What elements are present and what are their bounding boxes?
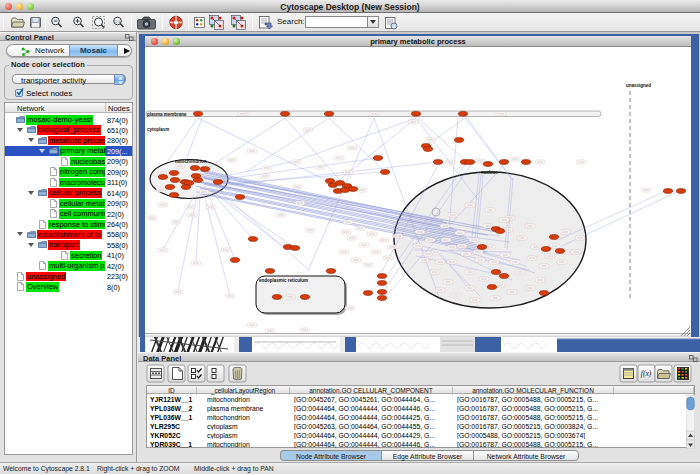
svg-text:endoplasmic reticulum: endoplasmic reticulum (259, 278, 308, 283)
svg-text:f(x): f(x) (641, 369, 652, 378)
svg-text:mitochondrion: mitochondrion (175, 159, 207, 164)
svg-text:plasma membrane: plasma membrane (147, 112, 187, 117)
svg-text:cytoplasm: cytoplasm (147, 127, 169, 132)
svg-text:1:1: 1:1 (115, 19, 121, 24)
svg-text:unassigned: unassigned (626, 83, 651, 88)
